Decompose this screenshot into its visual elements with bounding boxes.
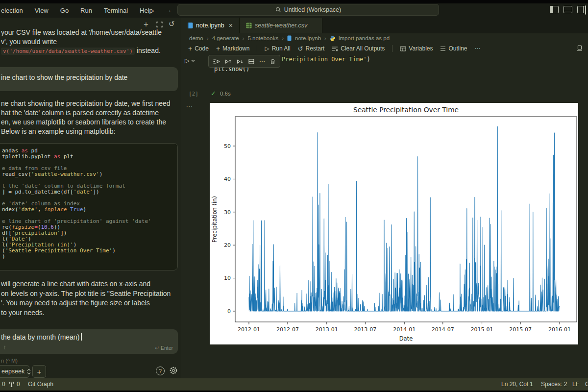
breadcrumbs: demo› 4.generate› 5.notebooks› note.ipyn… bbox=[189, 33, 390, 43]
breadcrumb-item[interactable]: 4.generate bbox=[212, 35, 239, 41]
inline-code: v('/home/user/data/seattle-weather.csv') bbox=[1, 48, 135, 55]
run-below-icon[interactable] bbox=[236, 58, 244, 65]
svg-text:2015-01: 2015-01 bbox=[471, 326, 493, 333]
notebook-icon bbox=[188, 22, 193, 29]
tab-label: note.ipynb bbox=[196, 22, 224, 29]
breadcrumb-item[interactable]: 5.notebooks bbox=[247, 35, 278, 41]
help-icon[interactable]: ? bbox=[156, 367, 165, 375]
restart-button[interactable]: ↺Restart bbox=[298, 45, 325, 52]
svg-text:2012-01: 2012-01 bbox=[238, 326, 260, 333]
svg-text:2016-01: 2016-01 bbox=[548, 326, 571, 333]
ports-count[interactable]: 0 bbox=[17, 381, 20, 388]
indentation-indicator[interactable]: Spaces: 2 bbox=[541, 381, 567, 388]
kernel-picker-icon[interactable] bbox=[576, 45, 583, 51]
svg-text:2015-07: 2015-07 bbox=[509, 326, 532, 333]
assistant-paragraph: will generate a line chart with dates on… bbox=[1, 279, 171, 318]
vscode-window: electionViewGoRunTerminalHelp ← → Untitl… bbox=[0, 0, 588, 392]
menu-item-run[interactable]: Run bbox=[80, 7, 92, 14]
frame-icon[interactable] bbox=[156, 22, 163, 27]
cell-code-line[interactable]: Precipitation Over Time') bbox=[282, 56, 370, 63]
history-icon[interactable]: ↺ bbox=[169, 20, 175, 28]
svg-text:2013-07: 2013-07 bbox=[354, 326, 376, 333]
menu-item-terminal[interactable]: Terminal bbox=[104, 7, 128, 14]
assistant-text-line: will generate a line chart with dates on… bbox=[1, 279, 171, 289]
chat-input[interactable]: the data by month (mean) t ↵ Enter bbox=[0, 329, 178, 354]
search-icon bbox=[275, 7, 281, 13]
svg-text:2013-01: 2013-01 bbox=[316, 326, 338, 333]
svg-text:Precipitation (in): Precipitation (in) bbox=[211, 196, 218, 243]
menu-bar: electionViewGoRunTerminalHelp bbox=[1, 3, 153, 18]
breadcrumb-item[interactable]: note.ipynb bbox=[295, 35, 321, 41]
chat-input-value: the data by month (mean) bbox=[1, 333, 79, 341]
assistant-text-line: v('/home/user/data/seattle-weather.csv')… bbox=[1, 46, 161, 56]
variables-icon bbox=[400, 46, 406, 51]
breadcrumb-item[interactable]: import pandas as pd bbox=[339, 35, 390, 41]
toggle-sidebar-icon[interactable] bbox=[550, 6, 559, 13]
new-chat-icon[interactable]: + bbox=[144, 21, 148, 28]
input-hint-fragment: t bbox=[4, 344, 5, 350]
outline-button[interactable]: Outline bbox=[440, 45, 467, 52]
editor-group: note.ipynb × seattle-weather.csv demo› 4… bbox=[181, 18, 588, 378]
delete-cell-icon[interactable] bbox=[270, 58, 276, 65]
execution-count: [2] bbox=[189, 91, 198, 97]
close-tab-icon[interactable]: × bbox=[229, 23, 233, 28]
back-arrow-icon[interactable]: ← bbox=[151, 5, 158, 14]
chevron-updown-icon bbox=[27, 368, 31, 375]
run-icon: ▷ bbox=[265, 45, 269, 52]
toolbar-more-button[interactable]: ⋯ bbox=[475, 45, 481, 52]
shortcut-hint: n (^ M) bbox=[1, 358, 18, 364]
tab-seattle-weather-csv[interactable]: seattle-weather.csv bbox=[240, 18, 322, 33]
cell-output-chart: Seattle Precipitation Over Time010203040… bbox=[210, 103, 578, 344]
assistant-text-line: ne chart showing the precipitation by da… bbox=[1, 99, 171, 108]
run-all-button[interactable]: ▷Run All bbox=[265, 45, 290, 52]
assistant-text-line: v', you would write bbox=[1, 37, 57, 47]
restart-icon: ↺ bbox=[298, 45, 303, 52]
git-graph-item[interactable]: Git Graph bbox=[28, 381, 53, 388]
window-top-strip bbox=[0, 0, 588, 3]
outline-icon bbox=[440, 46, 446, 51]
add-context-button[interactable]: + bbox=[32, 365, 46, 378]
clipped-status-item[interactable]: C bbox=[585, 381, 588, 388]
assistant-text: instead. bbox=[137, 47, 161, 54]
breadcrumb-item[interactable]: demo bbox=[189, 35, 203, 41]
clear-outputs-icon bbox=[332, 46, 338, 51]
svg-text:Seattle Precipitation Over Tim: Seattle Precipitation Over Time bbox=[353, 106, 459, 114]
ports-icon[interactable] bbox=[8, 381, 15, 388]
assistant-text-line: en, we use matplotlib or seaborn librari… bbox=[1, 118, 171, 127]
forward-arrow-icon[interactable]: → bbox=[165, 5, 172, 14]
menu-item-election[interactable]: election bbox=[1, 7, 23, 14]
menu-item-view[interactable]: View bbox=[35, 7, 49, 14]
line-col-indicator[interactable]: Ln 20, Col 1 bbox=[501, 381, 533, 388]
cell-more-icon[interactable]: ⋯ bbox=[259, 58, 265, 65]
tab-bar: note.ipynb × seattle-weather.csv bbox=[181, 18, 588, 33]
toggle-panel-icon[interactable] bbox=[564, 6, 572, 13]
cell-hover-toolbar: ⋯ bbox=[208, 55, 280, 68]
model-name: eepseek bbox=[1, 368, 24, 375]
output-gutter-dots[interactable]: ... bbox=[186, 101, 193, 108]
toggle-layout-clipped-icon[interactable] bbox=[585, 5, 586, 15]
remote-count[interactable]: 0 bbox=[2, 381, 5, 388]
run-cell-button[interactable]: ▷ bbox=[185, 57, 195, 64]
settings-gear-icon[interactable] bbox=[169, 366, 178, 375]
assistant-text-line: Below is an example using matplotlib: bbox=[1, 127, 171, 136]
chat-code-block: andas as pdtplotlib.pyplot as plt e data… bbox=[0, 143, 178, 270]
status-bar: 0 0 Git Graph Ln 20, Col 1 Spaces: 2 LF … bbox=[0, 378, 588, 391]
menu-item-go[interactable]: Go bbox=[60, 7, 69, 14]
tab-label: seattle-weather.csv bbox=[255, 22, 307, 29]
clear-outputs-button[interactable]: Clear All Outputs bbox=[332, 45, 385, 52]
run-cell-up-icon[interactable] bbox=[224, 58, 232, 65]
add-markdown-button[interactable]: +Markdown bbox=[216, 45, 250, 52]
assistant-text-line: to your needs. bbox=[1, 308, 171, 318]
eol-indicator[interactable]: LF bbox=[572, 381, 579, 388]
user-message-text: ine chart to show the precipitation by d… bbox=[0, 67, 178, 81]
tab-note-ipynb[interactable]: note.ipynb × bbox=[181, 18, 240, 33]
success-check-icon: ✓ bbox=[211, 90, 216, 97]
model-selector[interactable]: eepseek bbox=[0, 365, 29, 378]
split-cell-icon[interactable] bbox=[248, 58, 255, 65]
run-above-icon[interactable] bbox=[213, 58, 220, 65]
workspace-search[interactable]: Untitled (Workspace) bbox=[177, 4, 439, 16]
titlebar: electionViewGoRunTerminalHelp ← → Untitl… bbox=[0, 0, 588, 18]
notebook-toolbar: +Code +Markdown ▷Run All ↺Restart Clear … bbox=[188, 43, 481, 54]
variables-button[interactable]: Variables bbox=[400, 45, 433, 52]
add-code-button[interactable]: +Code bbox=[188, 45, 209, 52]
